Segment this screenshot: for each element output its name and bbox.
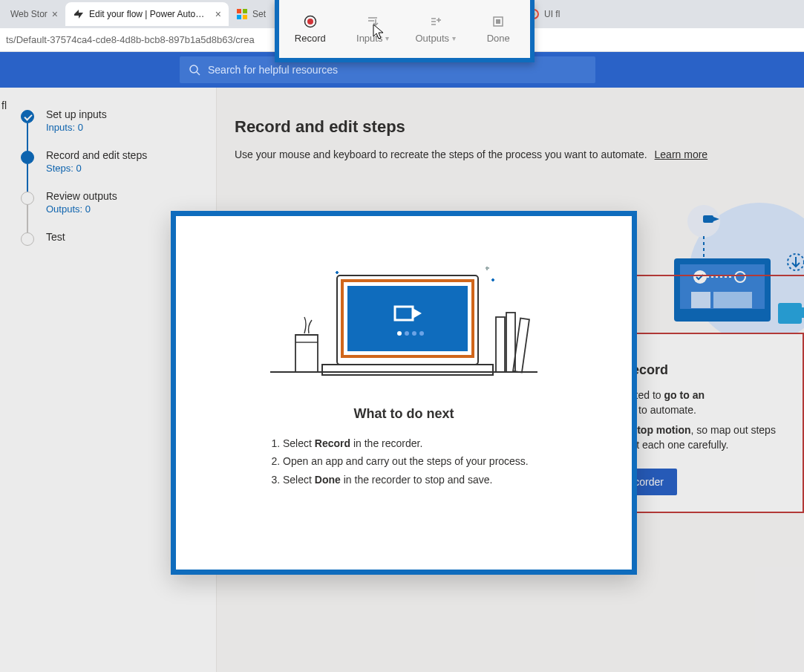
svg-rect-3 xyxy=(243,15,247,19)
wizard-step-record[interactable]: Record and edit steps Steps: 0 xyxy=(21,149,204,174)
modal-step-2: Open an app and carry out the steps of y… xyxy=(283,453,556,469)
chevron-down-icon: ▾ xyxy=(452,34,456,42)
tab-title: Set xyxy=(252,9,266,19)
step-dot-icon xyxy=(21,232,34,246)
tab-setup[interactable]: Set xyxy=(229,2,273,26)
outputs-button[interactable]: Outputs▾ xyxy=(405,0,468,58)
download-marker-icon xyxy=(785,251,804,273)
done-label: Done xyxy=(487,33,510,44)
step-dot-icon xyxy=(21,110,34,123)
svg-rect-10 xyxy=(703,215,713,223)
record-label: Record xyxy=(295,33,326,44)
tab-power-automate[interactable]: Edit your flow | Power Automate × xyxy=(65,2,229,26)
svg-point-6 xyxy=(190,65,197,73)
svg-rect-50 xyxy=(496,19,500,24)
stop-icon xyxy=(491,15,505,28)
modal-illustration-icon xyxy=(263,261,545,387)
record-button[interactable]: Record xyxy=(279,0,342,58)
learn-more-link[interactable]: Learn more xyxy=(655,149,708,160)
modal-steps: Select Record in the recorder. Open an a… xyxy=(269,435,556,488)
svg-rect-0 xyxy=(237,9,241,13)
svg-rect-21 xyxy=(798,307,804,318)
record-icon xyxy=(304,15,317,28)
svg-rect-2 xyxy=(237,15,241,19)
step-meta: Inputs: 0 xyxy=(46,122,204,133)
step-dot-icon xyxy=(21,192,34,205)
svg-rect-19 xyxy=(713,292,752,308)
search-input[interactable] xyxy=(208,64,586,76)
svg-rect-18 xyxy=(691,292,710,308)
tab-title: UI fl xyxy=(544,9,560,19)
step-label: Record and edit steps xyxy=(46,149,204,161)
step-connector xyxy=(27,164,28,194)
step-dot-icon xyxy=(21,151,34,164)
what-next-modal: What to do next Select Record in the rec… xyxy=(171,211,637,575)
chevron-down-icon: ▾ xyxy=(385,34,389,42)
close-icon[interactable]: × xyxy=(52,8,58,20)
tab-web-store[interactable]: Web Stor × xyxy=(3,2,65,26)
pa-favicon-icon xyxy=(73,8,85,20)
search-icon xyxy=(189,64,200,76)
step-label: Set up inputs xyxy=(46,108,204,120)
svg-point-30 xyxy=(397,331,402,336)
recorder-toolbar: Record Inputs▾ Outputs▾ Done xyxy=(275,0,535,62)
svg-rect-34 xyxy=(322,365,493,375)
url-text: ts/Default-37574ca4-cde8-4d8b-bcb8-897b1… xyxy=(6,34,255,45)
page-title: Record and edit steps xyxy=(235,117,774,137)
close-icon[interactable]: × xyxy=(215,8,221,20)
step-connector xyxy=(27,205,28,235)
svg-rect-1 xyxy=(243,9,247,13)
tab-title: Web Stor xyxy=(10,9,48,19)
svg-rect-36 xyxy=(496,317,505,372)
step-meta: Steps: 0 xyxy=(46,163,204,174)
svg-line-7 xyxy=(197,72,200,75)
step-label: Review outputs xyxy=(46,190,204,202)
page-subtitle: Use your mouse and keyboard to recreate … xyxy=(235,149,774,160)
wizard-step-inputs[interactable]: Set up inputs Inputs: 0 xyxy=(21,108,204,133)
svg-rect-27 xyxy=(347,286,468,351)
svg-point-33 xyxy=(419,331,424,336)
tab-title: Edit your flow | Power Automate xyxy=(89,9,211,19)
outputs-label: Outputs xyxy=(415,33,449,44)
subtitle-text: Use your mouse and keyboard to recreate … xyxy=(235,149,647,160)
ms-favicon-icon xyxy=(236,8,248,20)
modal-step-1: Select Record in the recorder. xyxy=(283,435,556,451)
modal-step-3: Select Done in the recorder to stop and … xyxy=(283,472,556,488)
svg-point-31 xyxy=(405,331,409,336)
outputs-icon xyxy=(429,15,442,28)
cursor-icon xyxy=(373,24,385,40)
svg-point-32 xyxy=(412,331,416,336)
svg-point-40 xyxy=(307,19,313,25)
done-button[interactable]: Done xyxy=(468,0,531,58)
step-connector xyxy=(27,123,28,153)
modal-heading: What to do next xyxy=(207,406,601,422)
